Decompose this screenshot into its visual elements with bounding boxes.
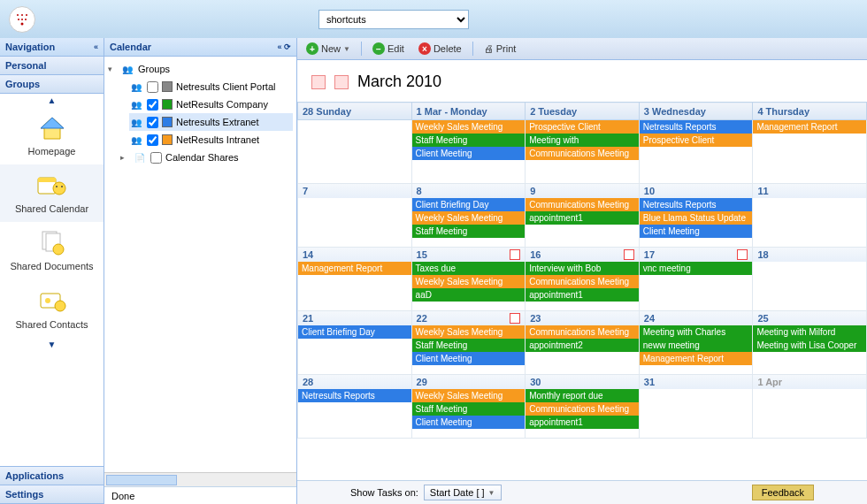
- calendar-day[interactable]: 28Netresults Reports: [298, 375, 412, 439]
- calendar-event[interactable]: vnc meeting: [640, 262, 753, 275]
- calendar-event[interactable]: Management Report: [298, 262, 411, 275]
- feedback-button[interactable]: Feedback: [752, 485, 814, 500]
- calendar-event[interactable]: Netresults Reports: [640, 198, 753, 211]
- expand-icon[interactable]: ▸: [120, 153, 129, 162]
- calendar-day[interactable]: 11: [753, 184, 867, 248]
- calendar-event[interactable]: Weekly Sales Meeting: [412, 275, 526, 288]
- calendar-day[interactable]: 7: [298, 184, 412, 248]
- app-shared-documents[interactable]: Shared Documents: [0, 222, 104, 279]
- calendar-event[interactable]: appointment1: [526, 416, 639, 429]
- calendar-event[interactable]: neww meeting: [640, 339, 753, 352]
- calendar-day[interactable]: [298, 120, 412, 184]
- calendar-checkbox[interactable]: [147, 99, 158, 111]
- tree-item[interactable]: 👥 Netresults Client Portal: [129, 78, 293, 95]
- calendar-event[interactable]: Weekly Sales Meeting: [412, 389, 526, 402]
- sidebar-section-settings[interactable]: Settings: [0, 485, 104, 504]
- calendar-day[interactable]: 1 Apr: [753, 375, 867, 439]
- calendar-event[interactable]: appointment2: [526, 339, 639, 352]
- calendar-event[interactable]: Monthly report due: [526, 389, 639, 402]
- app-shared-contacts[interactable]: Shared Contacts: [0, 280, 104, 338]
- expand-icon[interactable]: ▾: [108, 65, 117, 73]
- calendar-day[interactable]: 23Communications Meetingappointment2: [526, 311, 640, 375]
- calendar-day[interactable]: 15Taxes dueWeekly Sales MeetingaaD: [411, 248, 526, 311]
- calendar-event[interactable]: Meeting with Charles: [640, 325, 753, 339]
- tree-controls[interactable]: « ⟳: [277, 42, 291, 51]
- calendar-event[interactable]: Client Meeting: [640, 225, 753, 238]
- calendar-day[interactable]: 9Communications Meetingappointment1: [526, 184, 640, 248]
- sidebar-section-applications[interactable]: Applications: [0, 467, 104, 485]
- new-button[interactable]: + New ▼: [303, 41, 354, 57]
- note-icon[interactable]: [624, 249, 634, 260]
- calendar-day[interactable]: 24Meeting with Charlesneww meetingManage…: [639, 311, 753, 375]
- calendar-day[interactable]: 10Netresults ReportsBlue Llama Status Up…: [639, 184, 753, 248]
- calendar-day[interactable]: 31: [639, 375, 753, 439]
- prev-month-icon[interactable]: [311, 75, 326, 89]
- calendar-day[interactable]: 30Monthly report dueCommunications Meeti…: [526, 375, 640, 439]
- calendar-day[interactable]: 16Interview with BobCommunications Meeti…: [526, 248, 640, 311]
- shortcuts-select[interactable]: shortcuts: [318, 10, 469, 29]
- edit-button[interactable]: − Edit: [369, 41, 408, 57]
- scroll-up-icon[interactable]: ▲: [0, 94, 104, 107]
- note-icon[interactable]: [510, 313, 520, 324]
- calendar-event[interactable]: Meeting with Milford: [753, 325, 866, 339]
- calendar-event[interactable]: Staff Meeting: [412, 225, 526, 238]
- calendar-day[interactable]: Management Report: [753, 120, 867, 184]
- calendar-event[interactable]: Meeting with Lisa Cooper: [753, 339, 866, 352]
- tree-root-groups[interactable]: ▾ 👥 Groups: [108, 60, 293, 78]
- calendar-day[interactable]: 22Weekly Sales MeetingStaff MeetingClien…: [411, 311, 526, 375]
- scroll-down-icon[interactable]: ▼: [0, 338, 104, 351]
- calendar-event[interactable]: appointment1: [526, 211, 639, 225]
- calendar-event[interactable]: Prospective Client: [640, 134, 753, 147]
- calendar-event[interactable]: Client Meeting: [412, 352, 526, 365]
- calendar-event[interactable]: Blue Llama Status Update: [640, 211, 753, 225]
- calendar-event[interactable]: Staff Meeting: [412, 134, 526, 147]
- calendar-event[interactable]: Client Meeting: [412, 416, 526, 429]
- tree-calendar-shares[interactable]: ▸ 📄 Calendar Shares: [120, 149, 293, 166]
- calendar-event[interactable]: Weekly Sales Meeting: [412, 120, 526, 134]
- calendar-event[interactable]: appointment1: [526, 288, 639, 302]
- calendar-event[interactable]: Netresults Reports: [640, 120, 753, 134]
- calendar-day[interactable]: 8Client Briefing DayWeekly Sales Meeting…: [411, 184, 526, 248]
- calendar-event[interactable]: Netresults Reports: [298, 389, 411, 402]
- tree-scrollbar[interactable]: [104, 472, 296, 486]
- calendar-event[interactable]: Client Briefing Day: [298, 325, 411, 339]
- calendar-event[interactable]: Meeting with: [526, 134, 639, 147]
- calendar-checkbox[interactable]: [147, 81, 158, 93]
- note-icon[interactable]: [737, 249, 748, 260]
- calendar-event[interactable]: Client Meeting: [412, 147, 526, 160]
- calendar-event[interactable]: aaD: [412, 288, 526, 302]
- tree-item[interactable]: 👥 NetResults Company: [129, 95, 293, 113]
- calendar-checkbox[interactable]: [147, 134, 158, 146]
- calendar-day[interactable]: 14Management Report: [298, 248, 412, 311]
- calendar-event[interactable]: Communications Meeting: [526, 275, 639, 288]
- calendar-event[interactable]: Communications Meeting: [526, 325, 639, 339]
- calendar-event[interactable]: Prospective Client: [526, 120, 639, 134]
- calendar-event[interactable]: Communications Meeting: [526, 402, 639, 416]
- calendar-day[interactable]: 25Meeting with MilfordMeeting with Lisa …: [753, 311, 867, 375]
- calendar-day[interactable]: 17vnc meeting: [639, 248, 753, 311]
- calendar-event[interactable]: Taxes due: [412, 262, 526, 275]
- calendar-event[interactable]: Management Report: [753, 120, 866, 134]
- calendar-event[interactable]: Client Briefing Day: [412, 198, 526, 211]
- calendar-day[interactable]: 18: [753, 248, 867, 311]
- calendar-day[interactable]: Prospective ClientMeeting withCommunicat…: [526, 120, 640, 184]
- note-icon[interactable]: [510, 249, 520, 260]
- calendar-event[interactable]: Management Report: [640, 352, 753, 365]
- calendar-event[interactable]: Interview with Bob: [526, 262, 639, 275]
- delete-button[interactable]: × Delete: [415, 41, 465, 57]
- next-month-icon[interactable]: [334, 75, 349, 89]
- calendar-event[interactable]: Weekly Sales Meeting: [412, 211, 526, 225]
- shares-checkbox[interactable]: [150, 152, 162, 164]
- tree-item[interactable]: 👥 Netresults Extranet: [129, 113, 293, 131]
- calendar-event[interactable]: Communications Meeting: [526, 147, 639, 160]
- sidebar-section-groups[interactable]: Groups: [0, 75, 104, 94]
- calendar-day[interactable]: Netresults ReportsProspective Client: [639, 120, 753, 184]
- print-button[interactable]: 🖨 Print: [480, 42, 520, 56]
- calendar-event[interactable]: Weekly Sales Meeting: [412, 325, 526, 339]
- calendar-day[interactable]: 21Client Briefing Day: [298, 311, 412, 375]
- calendar-event[interactable]: Communications Meeting: [526, 198, 639, 211]
- calendar-day[interactable]: 29Weekly Sales MeetingStaff MeetingClien…: [411, 375, 526, 439]
- app-shared-calendar[interactable]: Shared Calendar: [0, 164, 104, 222]
- collapse-sidebar-icon[interactable]: «: [94, 42, 98, 51]
- tree-item[interactable]: 👥 NetResults Intranet: [129, 131, 293, 149]
